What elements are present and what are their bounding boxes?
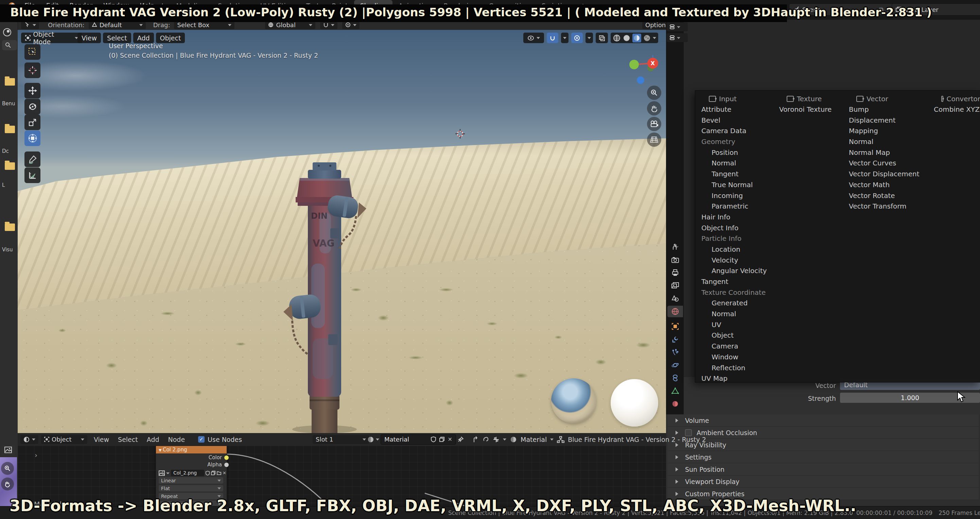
menu-item[interactable]: Camera Data xyxy=(701,126,774,136)
tool-transform[interactable] xyxy=(24,130,40,146)
menu-item[interactable]: Window xyxy=(701,352,774,363)
breadcrumb-material[interactable]: Material xyxy=(520,436,547,443)
unlink-icon[interactable]: ✕ xyxy=(448,436,452,443)
panel-settings[interactable]: Settings xyxy=(667,451,978,463)
proportional-dropdown[interactable] xyxy=(585,33,593,43)
open-image-icon[interactable] xyxy=(217,471,221,475)
node-header[interactable]: ▼ Col 2.png xyxy=(156,446,227,454)
menu-item[interactable]: Hair Info xyxy=(701,212,774,223)
material-name-field[interactable]: Material ✕ xyxy=(380,435,456,444)
snap-icon[interactable] xyxy=(482,436,489,443)
menu-item[interactable]: Normal xyxy=(701,309,774,320)
mode-dropdown[interactable]: Object Mode xyxy=(21,33,82,43)
menu-item[interactable]: Texture Coordinate xyxy=(701,287,774,298)
shader-menu-item[interactable]: Node xyxy=(164,436,189,443)
menu-item[interactable]: Geometry xyxy=(701,136,774,148)
shading-solid-icon[interactable] xyxy=(622,34,631,42)
menu-item[interactable]: Vector Displacement xyxy=(848,169,930,180)
panel-viewport-display[interactable]: Viewport Display xyxy=(667,476,978,488)
menu-item[interactable]: Tangent xyxy=(701,169,774,180)
panel-sun-position[interactable]: Sun Position xyxy=(667,463,978,476)
tab-world[interactable] xyxy=(667,306,683,317)
tool-move[interactable] xyxy=(24,83,40,98)
panel-ambient-occlusion[interactable]: Ambient Occlusion xyxy=(667,427,978,439)
menu-item[interactable]: Combine XYZ xyxy=(933,104,980,115)
menu-item[interactable]: Attribute xyxy=(701,104,774,115)
visibility-dropdown[interactable] xyxy=(523,33,544,43)
menu-item[interactable]: True Normal xyxy=(701,180,774,190)
pin-icon[interactable] xyxy=(457,436,463,443)
editor-type-dropdown[interactable] xyxy=(667,22,688,31)
tab-render[interactable] xyxy=(667,254,683,266)
overlays-toggle[interactable] xyxy=(596,33,608,43)
copy-icon[interactable] xyxy=(211,471,215,475)
perspective-toggle-icon[interactable] xyxy=(647,132,661,147)
use-nodes-checkbox[interactable]: ✓ xyxy=(198,436,205,443)
fire-hydrant-object[interactable]: DIN VAG xyxy=(278,162,371,433)
shader-menu-item[interactable]: View xyxy=(89,436,113,443)
tab-object-data[interactable] xyxy=(667,385,683,397)
menu-item[interactable]: Object xyxy=(701,330,774,341)
tool-annotate[interactable] xyxy=(24,151,40,167)
snap-dropdown[interactable] xyxy=(561,33,568,43)
image-editor-icon[interactable] xyxy=(2,445,15,455)
overlap-grid-icon[interactable] xyxy=(493,436,500,443)
menu-item[interactable]: Angular Velocity xyxy=(701,266,774,276)
menu-item[interactable]: Incoming xyxy=(701,190,774,202)
fake-user-shield-icon[interactable] xyxy=(431,436,436,442)
menu-item[interactable]: Displacement xyxy=(848,115,930,126)
folder-icon[interactable] xyxy=(5,162,15,170)
material-slot-dropdown[interactable]: Slot 1 xyxy=(313,435,369,444)
menu-item[interactable]: Vector Math xyxy=(848,180,930,190)
tool-scale[interactable] xyxy=(24,114,40,130)
menu-item[interactable]: Normal Map xyxy=(848,148,930,158)
tab-object[interactable] xyxy=(667,321,683,332)
menu-item[interactable]: Normal xyxy=(701,158,774,169)
tab-modifiers[interactable] xyxy=(667,333,683,345)
menu-item[interactable]: Parametric xyxy=(701,201,774,212)
editor-type-dropdown[interactable] xyxy=(21,435,38,444)
pan-hand-icon[interactable] xyxy=(647,101,661,116)
shading-dropdown[interactable] xyxy=(653,37,656,41)
zoom-icon[interactable] xyxy=(1,462,14,475)
viewport-3d[interactable]: DIN VAG xyxy=(18,30,666,433)
shading-material-icon[interactable] xyxy=(632,33,641,43)
menu-item[interactable]: Vector Transform xyxy=(848,201,930,212)
go-parent-icon[interactable] xyxy=(473,436,479,443)
tab-output[interactable] xyxy=(667,267,683,279)
tab-physics[interactable] xyxy=(667,359,683,371)
menu-item[interactable]: UV Map xyxy=(701,373,774,383)
menu-item[interactable]: Vector Rotate xyxy=(848,190,930,202)
fake-user-shield-icon[interactable] xyxy=(205,471,210,476)
menu-item[interactable]: Camera xyxy=(701,341,774,352)
material-sphere-icon[interactable] xyxy=(367,436,374,443)
viewport-menu-item[interactable]: Add xyxy=(133,33,154,43)
proportional-edit-button[interactable] xyxy=(571,33,583,43)
ambient-occlusion-checkbox[interactable] xyxy=(685,429,692,436)
folder-icon[interactable] xyxy=(5,126,15,133)
image-name-field[interactable]: Col_2.png xyxy=(171,470,204,476)
tool-cursor[interactable] xyxy=(24,62,40,78)
menu-item[interactable]: Reflection xyxy=(701,363,774,374)
menu-item[interactable]: Object Info xyxy=(701,223,774,234)
tab-scene[interactable] xyxy=(667,293,683,304)
shading-wireframe-icon[interactable] xyxy=(612,34,621,42)
viewport-menu-item[interactable]: View xyxy=(78,33,101,43)
menu-item[interactable]: Position xyxy=(701,148,774,158)
tool-select-box[interactable] xyxy=(24,44,40,60)
menu-item[interactable]: Bevel xyxy=(701,115,774,126)
copy-icon[interactable] xyxy=(439,437,444,442)
menu-item[interactable]: Generated xyxy=(701,298,774,309)
menu-item[interactable]: Bump xyxy=(848,104,930,115)
viewport-menu-item[interactable]: Select xyxy=(103,33,131,43)
menu-item[interactable]: Tangent xyxy=(701,276,774,287)
tab-constraints[interactable] xyxy=(667,372,683,384)
menu-item[interactable]: UV xyxy=(701,320,774,330)
folder-icon[interactable] xyxy=(5,78,15,86)
app-logo-icon[interactable] xyxy=(2,27,12,37)
unlink-icon[interactable]: ✕ xyxy=(223,470,226,476)
tool-measure[interactable] xyxy=(24,167,40,183)
zoom-icon[interactable] xyxy=(647,86,661,100)
shader-menu-item[interactable]: Add xyxy=(142,436,164,443)
search-box[interactable] xyxy=(2,40,17,50)
